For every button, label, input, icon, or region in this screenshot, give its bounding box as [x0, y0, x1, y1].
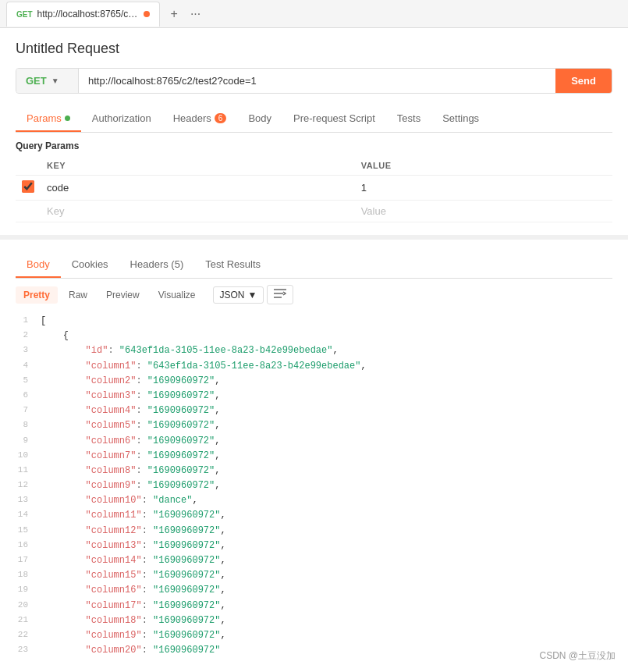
param-value-cell[interactable]: 1 [355, 176, 612, 201]
json-line-6: 6 "column3": "1690960972", [16, 389, 612, 404]
json-line-23: 23 "column20": "1690960972" [16, 643, 612, 658]
line-num: 14 [16, 508, 41, 522]
json-content: "column16": "1690960972", [41, 583, 226, 598]
line-num: 20 [16, 599, 41, 613]
key-placeholder: Key [47, 205, 64, 217]
tab-settings-label: Settings [442, 112, 479, 124]
json-content: "column4": "1690960972", [41, 404, 220, 418]
wrap-lines-button[interactable] [267, 285, 293, 304]
value-placeholder: Value [361, 205, 386, 217]
line-num: 1 [16, 314, 41, 328]
table-row: code 1 [16, 176, 612, 201]
json-line-12: 12 "column9": "1690960972", [16, 478, 612, 493]
json-content: "column15": "1690960972", [41, 568, 226, 583]
tab-headers[interactable]: Headers 6 [162, 106, 238, 132]
resp-tab-body[interactable]: Body [16, 252, 61, 278]
line-num: 15 [16, 524, 41, 538]
line-num: 10 [16, 449, 41, 463]
format-selector-label: JSON [220, 290, 245, 300]
json-line-17: 17 "column14": "1690960972", [16, 553, 612, 568]
query-params-label: Query Params [16, 133, 612, 156]
tab-bar: GET http://localhost:8765/c2/test2?c... … [0, 0, 628, 28]
tab-body[interactable]: Body [237, 106, 282, 132]
new-tab-button[interactable]: + [166, 5, 183, 23]
tab-url: http://localhost:8765/c2/test2?c... [37, 9, 139, 20]
watermark: CSDN @土豆没加 [539, 649, 616, 663]
line-num: 12 [16, 478, 41, 492]
json-line-9: 9 "column6": "1690960972", [16, 434, 612, 449]
section-divider [0, 235, 628, 240]
response-tabs: Body Cookies Headers (5) Test Results [16, 252, 612, 279]
line-num: 3 [16, 343, 41, 357]
fmt-raw[interactable]: Raw [61, 286, 95, 304]
tab-headers-label: Headers [173, 112, 211, 124]
resp-tab-testresults[interactable]: Test Results [194, 252, 271, 278]
url-input[interactable] [79, 69, 555, 93]
line-num: 18 [16, 568, 41, 582]
json-content: "column5": "1690960972", [41, 418, 220, 433]
method-arrow-icon: ▼ [51, 76, 59, 85]
json-line-8: 8 "column5": "1690960972", [16, 418, 612, 433]
fmt-visualize[interactable]: Visualize [151, 286, 204, 304]
tab-params[interactable]: Params [16, 106, 81, 132]
line-num: 19 [16, 583, 41, 597]
json-line-1: 1 [ [16, 314, 612, 329]
tab-settings[interactable]: Settings [431, 106, 490, 132]
line-num: 11 [16, 464, 41, 478]
headers-badge: 6 [215, 113, 227, 123]
json-content: "column20": "1690960972" [41, 643, 220, 658]
param-key-cell[interactable]: code [41, 176, 355, 201]
tab-tests[interactable]: Tests [386, 106, 431, 132]
tab-prerequest-label: Pre-request Script [293, 112, 375, 124]
param-checkbox[interactable] [22, 180, 34, 193]
line-num: 22 [16, 628, 41, 642]
tab-tests-label: Tests [397, 112, 420, 124]
method-label: GET [26, 75, 47, 87]
method-selector[interactable]: GET ▼ [16, 69, 79, 93]
json-content: "column19": "1690960972", [41, 628, 226, 643]
json-content: "column7": "1690960972", [41, 449, 220, 464]
fmt-pretty[interactable]: Pretty [16, 286, 58, 304]
json-content: "column8": "1690960972", [41, 464, 220, 478]
param-check-cell [16, 176, 41, 201]
resp-tab-headers[interactable]: Headers (5) [119, 252, 195, 278]
json-content: "column1": "643ef1da-3105-11ee-8a23-b42e… [41, 359, 367, 374]
params-dot [65, 116, 70, 121]
url-bar: GET ▼ Send [16, 68, 612, 94]
tab-method: GET [16, 10, 33, 19]
main-container: Untitled Request GET ▼ Send Params Autho… [0, 28, 628, 672]
json-output: 1 [ 2 { 3 "id": "643ef1da-3105-11ee-8a23… [16, 311, 612, 661]
line-num: 6 [16, 389, 41, 403]
resp-tab-cookies[interactable]: Cookies [61, 252, 119, 278]
json-content: "column9": "1690960972", [41, 478, 220, 493]
line-num: 9 [16, 434, 41, 448]
json-line-7: 7 "column4": "1690960972", [16, 404, 612, 418]
line-num: 23 [16, 643, 41, 657]
tab-authorization-label: Authorization [92, 112, 151, 124]
json-content: "column14": "1690960972", [41, 553, 226, 568]
json-line-22: 22 "column19": "1690960972", [16, 628, 612, 643]
col-value-header: VALUE [355, 156, 612, 176]
json-line-2: 2 { [16, 329, 612, 343]
json-content: "column3": "1690960972", [41, 389, 220, 404]
fmt-preview[interactable]: Preview [98, 286, 147, 304]
format-selector[interactable]: JSON ▼ [213, 286, 264, 304]
json-line-3: 3 "id": "643ef1da-3105-11ee-8a23-b42e99e… [16, 343, 612, 358]
json-line-19: 19 "column16": "1690960972", [16, 583, 612, 598]
json-content: [ [41, 314, 46, 329]
tab-prerequest[interactable]: Pre-request Script [282, 106, 386, 132]
send-button[interactable]: Send [555, 69, 612, 93]
json-line-10: 10 "column7": "1690960972", [16, 449, 612, 464]
empty-key-cell[interactable]: Key [41, 201, 355, 222]
tab-unsaved-dot [144, 11, 150, 17]
col-checkbox [16, 156, 41, 176]
more-tabs-button[interactable]: ··· [186, 5, 205, 23]
json-content: "column6": "1690960972", [41, 434, 220, 449]
tab-authorization[interactable]: Authorization [81, 106, 162, 132]
json-content: "column13": "1690960972", [41, 539, 226, 553]
line-num: 2 [16, 329, 41, 343]
json-content: "column18": "1690960972", [41, 613, 226, 628]
json-line-18: 18 "column15": "1690960972", [16, 568, 612, 583]
empty-value-cell[interactable]: Value [355, 201, 612, 222]
browser-tab[interactable]: GET http://localhost:8765/c2/test2?c... [6, 2, 160, 27]
